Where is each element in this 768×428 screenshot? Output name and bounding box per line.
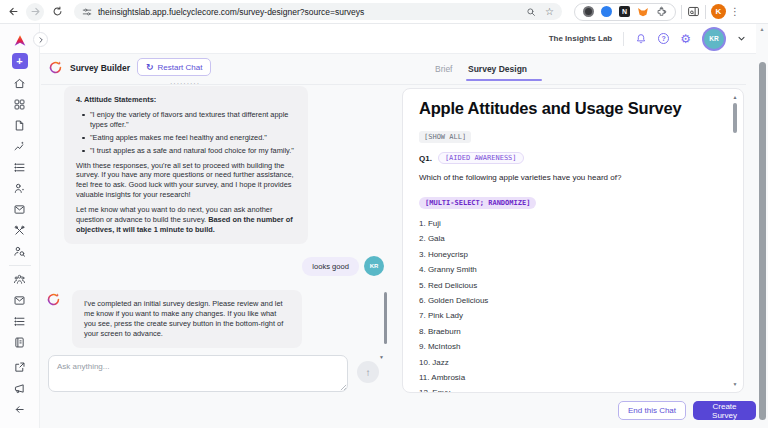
bookmark-star-icon[interactable]: ☆ — [545, 7, 554, 17]
browser-window: theinsightslab.app.fuelcyclecore.com/sur… — [0, 0, 768, 428]
tasks-icon[interactable] — [9, 311, 31, 332]
tab-survey-design[interactable]: Survey Design — [468, 64, 527, 74]
external-link-icon[interactable] — [9, 357, 31, 378]
panel-header-divider — [41, 84, 746, 85]
header-divider — [623, 32, 624, 46]
browser-toolbar: theinsightslab.app.fuelcyclecore.com/sur… — [0, 0, 768, 24]
chat-scrollbar-thumb[interactable] — [384, 292, 387, 344]
bullet-item: "Eating apples makes me feel healthy and… — [81, 133, 296, 143]
option-row: 3. Honeycrisp — [419, 247, 727, 262]
bell-icon[interactable] — [635, 33, 647, 45]
active-tab-underline — [466, 79, 542, 81]
question-number: Q1. — [419, 154, 432, 163]
question-text: Which of the following apple varieties h… — [419, 173, 727, 182]
notion-extension-icon[interactable]: N — [619, 6, 630, 17]
sidebar-expand-button[interactable] — [33, 32, 48, 47]
clipped-text-fragment: ········· — [170, 80, 200, 85]
send-arrow-icon: ↑ — [366, 367, 371, 378]
inbox-icon[interactable] — [9, 290, 31, 311]
card-scrollbar[interactable]: ▲ ▼ — [731, 94, 739, 387]
sidebar: + — [0, 24, 40, 428]
user-message: looks good — [302, 257, 359, 276]
restart-chat-button[interactable]: ↻ Restart Chat — [137, 58, 211, 76]
extensions-puzzle-icon[interactable] — [656, 6, 667, 17]
app-header: The Insights Lab ? ⚙ KR — [0, 24, 756, 54]
option-row: 5. Red Delicious — [419, 278, 727, 293]
option-row: 4. Granny Smith — [419, 262, 727, 277]
show-all-tag: [SHOW ALL] — [419, 131, 471, 143]
side-panel-icon[interactable] — [687, 5, 700, 18]
chat-scroll-down-icon[interactable]: ▼ — [379, 354, 384, 360]
create-survey-button[interactable]: Create Survey — [693, 401, 756, 420]
forward-icon — [26, 3, 44, 21]
option-row: 2. Gala — [419, 231, 727, 246]
home-icon[interactable] — [9, 73, 31, 94]
message-paragraph: Let me know what you want to do next, yo… — [76, 205, 296, 235]
end-chat-button[interactable]: End this Chat — [618, 401, 686, 420]
help-icon[interactable]: ? — [658, 33, 669, 44]
option-row: 9. McIntosh — [419, 339, 727, 354]
toolbar-divider-2 — [705, 5, 706, 19]
page-scrollbar-thumb[interactable] — [759, 62, 766, 420]
tab-brief[interactable]: Brief — [435, 64, 452, 74]
ai-assistant-icon — [48, 60, 63, 75]
assistant-message: 4. Attitude Statements: "I enjoy the var… — [64, 86, 308, 244]
resize-handle-icon[interactable] — [340, 384, 347, 391]
search-icon[interactable] — [526, 7, 536, 17]
app-body: The Insights Lab ? ⚙ KR + — [0, 24, 756, 428]
assistant-message: I've completed an initial survey design.… — [72, 290, 302, 348]
chevron-down-icon[interactable] — [737, 34, 746, 43]
user-avatar[interactable]: KR — [702, 27, 726, 51]
survey-preview-card: Apple Attitudes and Usage Survey [SHOW A… — [402, 88, 744, 393]
notebook-icon[interactable] — [9, 332, 31, 353]
user-avatar-initials: KR — [704, 29, 724, 49]
refresh-icon: ↻ — [146, 62, 154, 72]
mail-icon[interactable] — [9, 199, 31, 220]
chat-input[interactable] — [48, 355, 348, 392]
option-row: 12. Envy — [419, 385, 727, 393]
option-row: 1. Fuji — [419, 216, 727, 231]
chat-scrollbar[interactable] — [383, 86, 388, 354]
survey-title: Apple Attitudes and Usage Survey — [419, 99, 727, 118]
url-text[interactable]: theinsightslab.app.fuelcyclecore.com/sur… — [98, 7, 526, 17]
send-button[interactable]: ↑ — [357, 361, 379, 383]
card-scroll-down-icon[interactable]: ▼ — [731, 381, 739, 387]
scroll-up-icon[interactable]: ▲ — [756, 26, 768, 32]
document-icon[interactable] — [9, 115, 31, 136]
user-chat-avatar: KR — [364, 256, 384, 276]
back-icon[interactable] — [4, 3, 22, 21]
option-row: 10. Jazz — [419, 355, 727, 370]
option-row: 7. Pink Lady — [419, 308, 727, 323]
list-icon[interactable] — [9, 157, 31, 178]
gear-icon[interactable]: ⚙ — [680, 33, 691, 45]
toolbar-divider — [681, 5, 682, 19]
site-settings-icon[interactable] — [82, 7, 92, 17]
create-button[interactable]: + — [12, 53, 28, 69]
question-header-row: Q1. [AIDED AWARENESS] — [419, 152, 727, 164]
app-logo[interactable] — [9, 30, 31, 51]
extension-icon-1[interactable] — [583, 6, 594, 17]
extension-icon-2[interactable] — [601, 6, 612, 17]
card-scroll-up-icon[interactable]: ▲ — [731, 94, 739, 100]
page-scrollbar[interactable]: ▲ — [756, 24, 768, 428]
ai-assistant-icon — [46, 292, 61, 307]
options-list: 1. Fuji 2. Gala 3. Honeycrisp 4. Granny … — [419, 216, 727, 393]
browser-menu-icon[interactable]: ⋮ — [730, 6, 740, 17]
address-bar[interactable]: theinsightslab.app.fuelcyclecore.com/sur… — [74, 3, 562, 20]
option-row: 6. Golden Delicious — [419, 293, 727, 308]
metamask-extension-icon[interactable] — [637, 6, 649, 18]
browser-profile-avatar[interactable]: K — [711, 4, 726, 19]
audience-icon[interactable] — [9, 178, 31, 199]
megaphone-icon[interactable] — [9, 378, 31, 399]
card-scrollbar-thumb[interactable] — [733, 103, 737, 133]
tools-icon[interactable] — [9, 220, 31, 241]
chat-panel-title: Survey Builder — [70, 63, 130, 73]
dashboard-icon[interactable] — [9, 94, 31, 115]
question-type-tag: [AIDED AWARENESS] — [438, 152, 524, 164]
reload-icon[interactable] — [48, 3, 66, 21]
insights-chart-icon[interactable] — [9, 136, 31, 157]
option-row: 8. Braeburn — [419, 324, 727, 339]
collapse-arrow-icon[interactable] — [9, 399, 31, 420]
message-paragraph: With these responses, you're all set to … — [76, 161, 296, 201]
bullet-item: "I enjoy the variety of flavors and text… — [81, 110, 296, 130]
